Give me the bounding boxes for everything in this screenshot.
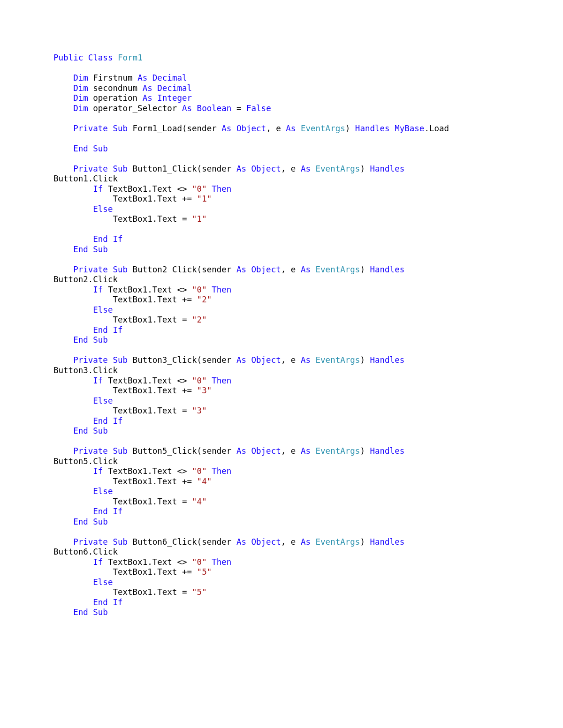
id-operator-selector: operator_Selector <box>93 104 177 113</box>
kw-as: As <box>221 124 231 133</box>
kw-sub: Sub <box>93 144 108 153</box>
type-object: Object <box>251 265 281 274</box>
id-text: Text <box>152 184 172 194</box>
kw-if: If <box>93 466 103 476</box>
id-button1-click: Button1_Click <box>133 164 197 173</box>
id-button5: Button5 <box>53 457 88 466</box>
kw-sub: Sub <box>93 335 108 345</box>
kw-end: End <box>73 517 88 526</box>
sym-dot: . <box>88 174 93 183</box>
id-click: Click <box>93 457 118 466</box>
str-3: "3" <box>192 406 207 415</box>
id-e: e <box>291 537 296 547</box>
id-text: Text <box>157 295 177 304</box>
sym-neq: <> <box>177 184 187 194</box>
id-text: Text <box>157 497 177 506</box>
sym-pluseq: += <box>182 194 192 203</box>
sym-eq: = <box>182 587 187 597</box>
kw-end: End <box>73 608 88 617</box>
sym-comma: , <box>281 537 286 547</box>
type-form1: Form1 <box>118 53 143 62</box>
kw-sub: Sub <box>113 446 128 456</box>
kw-else: Else <box>93 204 113 214</box>
id-sender: sender <box>202 446 231 456</box>
code-page: Public Class Form1 Dim Firstnum As Decim… <box>0 0 563 728</box>
sym-open: ( <box>197 446 202 456</box>
id-textbox1: TextBox1 <box>113 406 152 415</box>
type-object: Object <box>251 537 281 547</box>
id-text: Text <box>157 567 177 577</box>
kw-end: End <box>73 245 88 254</box>
sym-dot: . <box>88 457 93 466</box>
str-3: "3" <box>197 386 212 395</box>
sym-eq: = <box>236 104 242 113</box>
id-textbox1: TextBox1 <box>113 386 152 395</box>
kw-as: As <box>301 446 311 456</box>
kw-as: As <box>286 124 296 133</box>
kw-class: Class <box>88 53 113 62</box>
id-text: Text <box>157 315 177 324</box>
sym-eq: = <box>182 497 187 506</box>
id-sender: sender <box>202 537 231 547</box>
kw-as: As <box>236 446 246 456</box>
kw-as: As <box>301 265 311 274</box>
kw-sub: Sub <box>113 355 128 365</box>
kw-sub: Sub <box>93 517 108 526</box>
sym-close: ) <box>360 537 365 547</box>
str-0: "0" <box>192 285 207 294</box>
kw-if: If <box>113 416 122 426</box>
sym-close: ) <box>360 265 365 274</box>
id-text: Text <box>157 587 177 597</box>
kw-as: As <box>143 83 152 93</box>
sym-open: ( <box>197 265 202 274</box>
sym-dot: . <box>152 567 158 577</box>
sym-close: ) <box>360 355 365 365</box>
kw-as: As <box>301 355 311 365</box>
type-decimal: Decimal <box>152 73 187 83</box>
kw-end: End <box>93 234 108 244</box>
kw-handles: Handles <box>370 355 404 365</box>
kw-end: End <box>93 507 108 516</box>
id-e: e <box>291 164 296 173</box>
kw-handles: Handles <box>370 164 404 173</box>
id-textbox1: TextBox1 <box>113 214 152 224</box>
sym-close: ) <box>360 446 365 456</box>
kw-sub: Sub <box>113 124 128 133</box>
id-sender: sender <box>202 355 231 365</box>
sym-dot: . <box>152 587 158 597</box>
id-e: e <box>276 124 281 133</box>
type-eventargs: EventArgs <box>316 355 360 365</box>
kw-as: As <box>236 355 246 365</box>
sym-dot: . <box>147 184 152 194</box>
kw-as: As <box>236 164 246 173</box>
type-integer: Integer <box>157 93 192 103</box>
sym-dot: . <box>147 376 152 385</box>
kw-as: As <box>301 164 311 173</box>
kw-as: As <box>236 265 246 274</box>
type-object: Object <box>251 355 281 365</box>
kw-if: If <box>113 325 122 335</box>
kw-private: Private <box>73 446 108 456</box>
id-load: Load <box>429 124 449 133</box>
kw-end: End <box>93 598 108 607</box>
id-button6-click: Button6_Click <box>133 537 197 547</box>
kw-as: As <box>143 93 152 103</box>
kw-then: Then <box>212 285 231 294</box>
kw-public: Public <box>53 53 83 62</box>
id-e: e <box>291 355 296 365</box>
kw-dim: Dim <box>73 73 88 83</box>
kw-sub: Sub <box>113 164 128 173</box>
str-5: "5" <box>192 587 207 597</box>
type-boolean: Boolean <box>197 104 232 113</box>
kw-sub: Sub <box>93 608 108 617</box>
id-button1: Button1 <box>53 174 88 183</box>
sym-comma: , <box>281 265 286 274</box>
id-text: Text <box>152 285 172 294</box>
sym-neq: <> <box>177 376 187 385</box>
id-click: Click <box>93 547 118 556</box>
kw-end: End <box>73 426 88 435</box>
sym-dot: . <box>88 366 93 375</box>
kw-then: Then <box>212 466 231 476</box>
str-0: "0" <box>192 184 207 194</box>
id-text: Text <box>152 376 172 385</box>
